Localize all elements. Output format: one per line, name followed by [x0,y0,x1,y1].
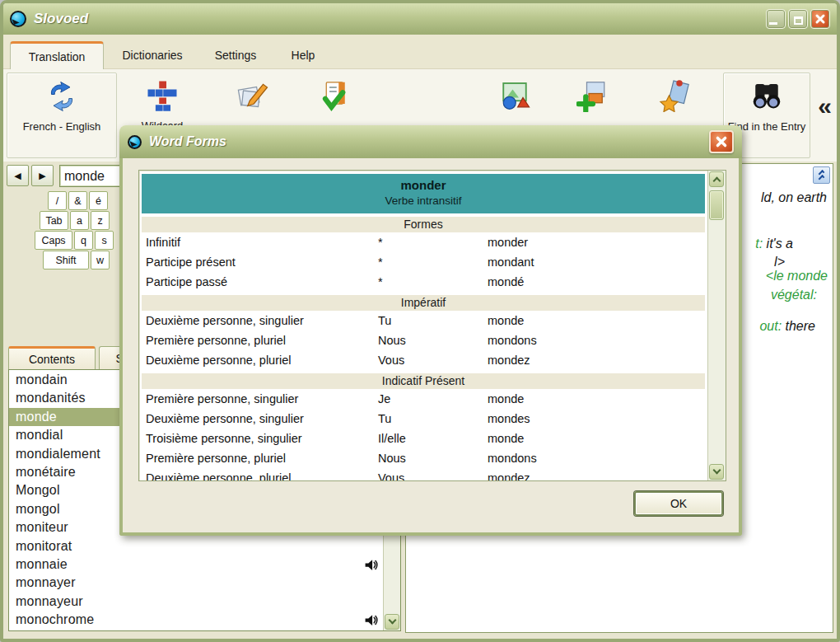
form-cell: Tu [378,412,488,425]
keyboard-row: Shiftw [43,251,110,269]
form-cell: Première personne, pluriel [146,334,378,347]
scrollbar-thumb[interactable] [709,190,724,220]
dialog-close-button[interactable] [709,130,734,153]
toolbar-overflow-button[interactable]: « [818,92,832,120]
tab-help[interactable]: Help [280,41,326,69]
form-cell: monde [488,432,705,445]
tab-translation[interactable]: Translation [10,41,104,69]
key-tab[interactable]: Tab [40,211,68,230]
dialog-scrollbar[interactable] [707,171,726,480]
keyboard-row: Capsqs [35,231,114,250]
chevron-down-icon [712,466,721,475]
form-row: Première personne, plurielNousmondons [142,448,705,468]
back-button[interactable]: ◀ [7,165,29,186]
form-row: Deuxième personne, plurielVousmondez [142,350,705,370]
toolbar-item-label: French - English [23,119,101,134]
form-cell: mondes [488,412,705,425]
headword-header: monder Verbe intransitif [142,174,705,213]
entry-text-fragment: végétal: [771,288,817,302]
form-cell: Nous [378,334,488,347]
key-shift[interactable]: Shift [43,251,89,269]
form-cell: mondez [488,471,705,480]
favorites-card-icon [657,77,693,114]
scroll-down-button[interactable] [709,464,724,480]
section-header: Indicatif Présent [142,373,705,389]
key-/[interactable]: / [48,191,67,210]
tab-dictionaries[interactable]: Dictionaries [110,41,194,69]
slovoed-window: Slovoed TranslationDictionariesSettingsH… [0,0,840,642]
part-of-speech: Verbe intransitif [142,194,705,209]
form-row: Deuxième personne, singulierTumonde [142,311,705,330]
entry-text-fragment: l> [774,255,785,269]
form-cell: Première personne, pluriel [146,452,378,465]
word-list-item[interactable]: monnayer [9,574,383,592]
key-w[interactable]: w [91,251,110,269]
form-cell: Infinitif [146,236,378,249]
form-row: Infinitif*monder [142,232,705,252]
maximize-icon [794,16,803,25]
entry-text-fragment: t: it's a [755,237,793,251]
form-row: Première personne, singulierJemonde [142,389,705,409]
form-cell: mondé [488,275,705,288]
key-s[interactable]: s [95,231,114,250]
word-list-item[interactable]: monitorat [9,537,383,555]
form-cell: * [378,236,488,249]
collapse-entry-button[interactable] [813,166,830,184]
forward-button[interactable]: ▶ [31,165,54,186]
tab-settings[interactable]: Settings [204,41,267,69]
key-a[interactable]: a [70,211,89,230]
ok-button[interactable]: OK [634,491,723,516]
word-list-item[interactable]: monnayeur [9,593,383,611]
speaker-icon[interactable] [364,558,378,572]
key-&[interactable]: & [68,191,87,210]
key-z[interactable]: z [91,211,110,230]
entry-text-fragment: <le monde [766,269,828,284]
scroll-up-button[interactable] [709,171,724,187]
toolbar-translation-direction[interactable]: French - English [7,73,117,158]
wildcard-crossword-icon [144,77,180,114]
dialog-title: Word Forms [149,134,226,149]
word-forms-content: monder Verbe intransitif FormesInfinitif… [139,171,707,480]
form-cell: Nous [378,452,488,465]
key-q[interactable]: q [74,231,93,250]
form-cell: Participe présent [146,255,378,269]
check-document-icon [315,77,352,114]
form-cell: Deuxième personne, singulier [146,412,378,425]
word-forms-table: monder Verbe intransitif FormesInfinitif… [138,170,726,481]
key-caps[interactable]: Caps [35,231,72,250]
list-tab-contents[interactable]: Contents [8,346,96,369]
form-cell: mondons [488,452,705,465]
entry-text-fragment: out: there [759,319,815,334]
form-row: Troisième personne, singulierIl/ellemond… [142,429,705,448]
maximize-button[interactable] [788,9,808,29]
entry-text-fragment: ld, on earth [761,190,827,205]
dialog-titlebar[interactable]: Word Forms [119,125,742,158]
form-row: Deuxième personne, plurielVousmondez [142,468,705,480]
form-cell: mondant [488,255,705,269]
slovoed-logo-icon [128,135,142,149]
section-header: Impératif [142,295,705,311]
form-row: Participe présent*mondant [142,252,705,272]
word-list-item[interactable]: monnaie [9,555,383,574]
binoculars-icon [749,78,785,115]
close-icon [715,135,728,148]
speaker-icon[interactable] [364,613,378,627]
pictures-icon [497,77,533,114]
form-cell: mondez [488,354,705,367]
dialog-body: monder Verbe intransitif FormesInfinitif… [119,158,742,536]
window-title: Slovoed [34,11,88,27]
form-cell: Vous [378,354,488,367]
key-é[interactable]: é [89,191,108,210]
minimize-button[interactable] [766,9,786,29]
word-list-item[interactable]: monochrome [9,611,383,629]
scroll-down-button[interactable] [385,614,399,630]
form-cell: Vous [378,471,488,480]
form-cell: Deuxième personne, singulier [146,314,378,327]
close-button[interactable] [810,9,830,29]
window-titlebar[interactable]: Slovoed [3,3,837,35]
form-cell: Je [378,392,488,405]
form-cell: monde [488,392,705,405]
form-cell: mondons [488,334,705,347]
form-cell: * [378,275,488,288]
form-cell: Participe passé [146,275,378,288]
